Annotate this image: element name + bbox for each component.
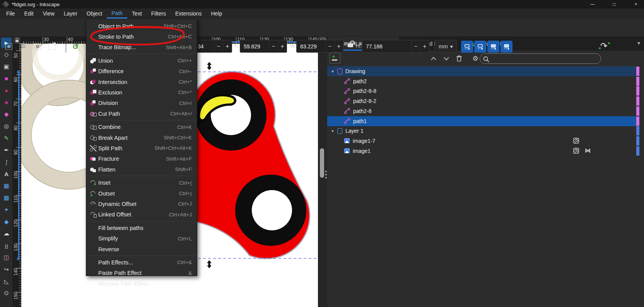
- blend-mode-icon[interactable]: [573, 148, 579, 154]
- lock-ratio-icon[interactable]: [348, 43, 353, 47]
- scale-gradients-toggle[interactable]: [487, 41, 499, 53]
- tree-row-Layer-1[interactable]: ▾Layer 1: [327, 126, 636, 136]
- menu-item-dynamic-offset[interactable]: Dynamic OffsetCtrl+J: [87, 199, 196, 209]
- add-layer-button[interactable]: +: [330, 53, 340, 63]
- rectangle-tool[interactable]: ■: [1, 73, 12, 84]
- y-increment-button[interactable]: +: [278, 40, 287, 52]
- y-decrement-button[interactable]: −: [269, 40, 278, 52]
- paint-bucket-tool[interactable]: ◆: [1, 216, 12, 227]
- ellipse-tool[interactable]: ●: [1, 85, 12, 96]
- menu-item-fracture[interactable]: FractureShift+Alt+F: [87, 154, 196, 164]
- menu-item-intersection[interactable]: IntersectionCtrl+*: [87, 77, 196, 87]
- menubar-item-edit[interactable]: Edit: [20, 9, 38, 19]
- menu-item-stroke-to-path[interactable]: Stroke to PathCtrl+Alt+C: [87, 31, 196, 42]
- menu-item-combine[interactable]: CombineCtrl+K: [87, 122, 196, 132]
- minimize-button[interactable]: —: [587, 2, 598, 7]
- select-all-layers-button[interactable]: [17, 41, 29, 52]
- menubar-item-text[interactable]: Text: [127, 9, 147, 19]
- bowtie-icon[interactable]: ⋈: [585, 147, 591, 154]
- close-button[interactable]: ×: [630, 2, 642, 7]
- menu-item-remove-path-effect[interactable]: Remove Path Effect: [87, 278, 196, 289]
- delete-button[interactable]: [455, 54, 463, 63]
- tree-row-path2-8-8[interactable]: path2-8-8: [327, 86, 636, 96]
- menubar-item-view[interactable]: View: [38, 9, 59, 19]
- eraser-tool[interactable]: ◫: [1, 252, 12, 262]
- mesh-gradient-tool[interactable]: ▩: [1, 192, 12, 203]
- measure-tool[interactable]: ◺: [1, 276, 12, 286]
- menu-item-union[interactable]: UnionCtrl++: [87, 55, 196, 66]
- maximize-button[interactable]: □: [608, 2, 620, 7]
- w-field[interactable]: 83.229−+: [296, 40, 343, 53]
- gear-icon[interactable]: ⚙: [471, 54, 480, 63]
- x-increment-button[interactable]: +: [223, 40, 232, 52]
- zoom-tool[interactable]: ⊙: [1, 288, 12, 298]
- menu-item-difference[interactable]: DifferenceCtrl+-: [87, 66, 196, 77]
- menu-item-cut-path[interactable]: Cut PathCtrl+Alt+/: [87, 108, 196, 119]
- tree-row-path1[interactable]: path1: [327, 116, 636, 126]
- move-up-button[interactable]: [429, 54, 438, 63]
- menu-item-division[interactable]: DivisionCtrl+/: [87, 98, 196, 108]
- vertical-ruler[interactable]: 5060708090100110120130140150: [13, 44, 21, 307]
- menu-item-trace-bitmap[interactable]: Trace Bitmap...Shift+Alt+B: [87, 42, 196, 53]
- scale-patterns-toggle[interactable]: [501, 41, 512, 53]
- unit-dropdown[interactable]: mm▾: [435, 40, 457, 53]
- star-tool[interactable]: ★: [1, 97, 12, 108]
- h-increment-button[interactable]: +: [420, 40, 429, 52]
- expander-icon[interactable]: ▾: [330, 69, 335, 74]
- menubar-item-file[interactable]: File: [2, 9, 20, 19]
- menubar-item-layer[interactable]: Layer: [59, 9, 82, 19]
- calligraphy-tool[interactable]: ∫: [1, 157, 12, 167]
- text-tool[interactable]: A: [1, 169, 12, 179]
- deselect-button[interactable]: [32, 41, 43, 52]
- menu-item-object-to-path[interactable]: Object to PathShift+Ctrl+C: [87, 21, 196, 31]
- menubar-item-path[interactable]: Path: [107, 9, 127, 19]
- menu-item-inset[interactable]: InsetCtrl+(: [87, 178, 196, 188]
- snap-toggle[interactable]: ↷: [600, 41, 607, 51]
- tree-row-path2-8-2[interactable]: path2-8-2: [327, 96, 636, 106]
- h-field[interactable]: 77.188−+: [362, 40, 429, 53]
- menubar-item-help[interactable]: Help: [206, 9, 227, 19]
- chevron-down-icon[interactable]: ▾: [637, 40, 640, 46]
- menubar-item-object[interactable]: Object: [82, 9, 107, 19]
- menu-item-break-apart[interactable]: Break ApartShift+Ctrl+K: [87, 132, 196, 143]
- menu-item-path-effects[interactable]: Path Effects...Ctrl+&: [87, 257, 196, 268]
- connector-tool[interactable]: ↪: [1, 264, 12, 274]
- tree-row-path2[interactable]: path2: [327, 76, 636, 86]
- h-decrement-button[interactable]: −: [411, 40, 420, 52]
- move-down-button[interactable]: [442, 54, 451, 63]
- menu-item-simplify[interactable]: SimplifyCtrl+L: [87, 233, 196, 244]
- menu-item-reverse[interactable]: Reverse: [87, 244, 196, 254]
- scale-stroke-toggle[interactable]: [461, 41, 473, 53]
- w-increment-button[interactable]: +: [334, 40, 343, 52]
- tree-row-image1[interactable]: image1⋈: [327, 146, 636, 156]
- menubar-item-filters[interactable]: Filters: [147, 9, 171, 19]
- dropper-tool[interactable]: ✦: [1, 204, 12, 215]
- menu-item-outset[interactable]: OutsetCtrl+): [87, 188, 196, 199]
- expander-icon[interactable]: ▾: [330, 129, 335, 134]
- tree-row-image1-7[interactable]: image1-7: [327, 136, 636, 146]
- search-input[interactable]: [492, 55, 596, 63]
- spiral-tool[interactable]: ◎: [1, 121, 12, 132]
- rotate-ccw-button[interactable]: ↺: [70, 41, 81, 52]
- tweak-tool[interactable]: ☁: [1, 228, 12, 239]
- box3d-tool[interactable]: ◆: [1, 109, 12, 120]
- search-box[interactable]: [480, 53, 601, 64]
- y-field[interactable]: 59.829−+: [240, 40, 287, 53]
- menu-item-split-path[interactable]: Split PathShift+Ctrl+Alt+K: [87, 143, 196, 153]
- gradient-tool[interactable]: ▦: [1, 181, 12, 191]
- vertical-scrollbar[interactable]: [320, 148, 324, 178]
- tree-row-path2-8[interactable]: path2-8: [327, 106, 636, 116]
- select-all-button[interactable]: [3, 41, 15, 52]
- menu-item-fill-between-paths[interactable]: Fill between paths: [87, 223, 196, 233]
- menu-item-exclusion[interactable]: ExclusionCtrl+^: [87, 87, 196, 98]
- x-decrement-button[interactable]: −: [214, 40, 223, 52]
- selection-grow-button[interactable]: [46, 41, 58, 52]
- menu-item-paste-path-effect[interactable]: Paste Path Effect&: [87, 268, 196, 278]
- blend-mode-icon[interactable]: [573, 138, 579, 144]
- pen-tool[interactable]: ✒: [1, 145, 12, 155]
- menu-item-flatten[interactable]: FlattenShift+F: [87, 164, 196, 175]
- tree-row-Drawing[interactable]: ▾Drawing: [327, 66, 636, 76]
- menu-item-linked-offset[interactable]: Linked OffsetCtrl+Alt+J: [87, 209, 196, 220]
- w-decrement-button[interactable]: −: [325, 40, 334, 52]
- scale-corners-toggle[interactable]: [474, 41, 486, 53]
